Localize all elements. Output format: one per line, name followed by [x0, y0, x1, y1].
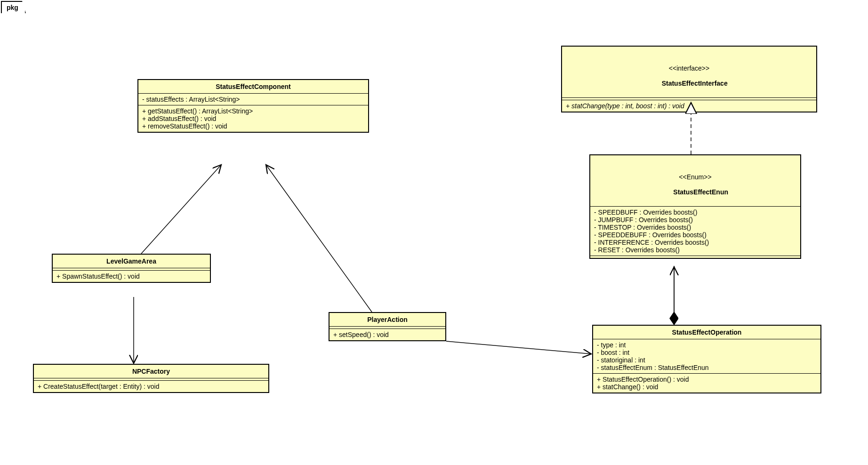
class-name: StatusEffectOperation [593, 326, 820, 339]
class-attributes: - statusEffects : ArrayList<String> [138, 93, 368, 105]
class-npc-factory: NPCFactory + CreateStatusEffect(target :… [33, 364, 269, 393]
class-name: LevelGameArea [53, 255, 210, 268]
class-operations: + CreateStatusEffect(target : Entity) : … [34, 380, 268, 392]
class-attributes: - SPEEDBUFF : Overrides boosts() - JUMPB… [590, 206, 800, 256]
class-status-effect-component: StatusEffectComponent - statusEffects : … [137, 79, 369, 133]
class-header: <<interface>> StatusEffectInterface [562, 47, 816, 97]
class-status-effect-enun: <<Enum>> StatusEffectEnun - SPEEDBUFF : … [589, 154, 801, 259]
class-level-game-area: LevelGameArea + SpawnStatusEffect() : vo… [52, 254, 211, 283]
class-name: StatusEffectComponent [138, 80, 368, 93]
package-tab: pkg [1, 1, 26, 13]
class-spacer [590, 256, 800, 258]
svg-line-1 [266, 165, 372, 312]
class-status-effect-operation: StatusEffectOperation - type : int - boo… [592, 325, 821, 393]
class-name: PlayerAction [330, 313, 445, 326]
class-operations: + statChange(type : int, boost : int) : … [562, 100, 816, 112]
class-operations: + getStatusEffect() : ArrayList<String> … [138, 105, 368, 132]
class-operations: + setSpeed() : void [330, 329, 445, 340]
class-operations: + SpawnStatusEffect() : void [53, 270, 210, 282]
stereotype: <<Enum>> [594, 173, 796, 181]
class-name: StatusEffectInterface [662, 80, 728, 87]
class-attributes: - type : int - boost : int - statorigina… [593, 339, 820, 373]
svg-line-0 [141, 165, 221, 254]
class-status-effect-interface: <<interface>> StatusEffectInterface + st… [561, 46, 817, 112]
svg-line-3 [446, 341, 591, 354]
class-player-action: PlayerAction + setSpeed() : void [329, 312, 446, 341]
class-operations: + StatusEffectOperation() : void + statC… [593, 373, 820, 393]
class-name: StatusEffectEnun [673, 188, 728, 196]
diagram-canvas: pkg StatusEffectComponent - statusEffect… [0, 0, 868, 465]
class-header: <<Enum>> StatusEffectEnun [590, 155, 800, 206]
class-name: NPCFactory [34, 365, 268, 378]
stereotype: <<interface>> [566, 64, 812, 72]
